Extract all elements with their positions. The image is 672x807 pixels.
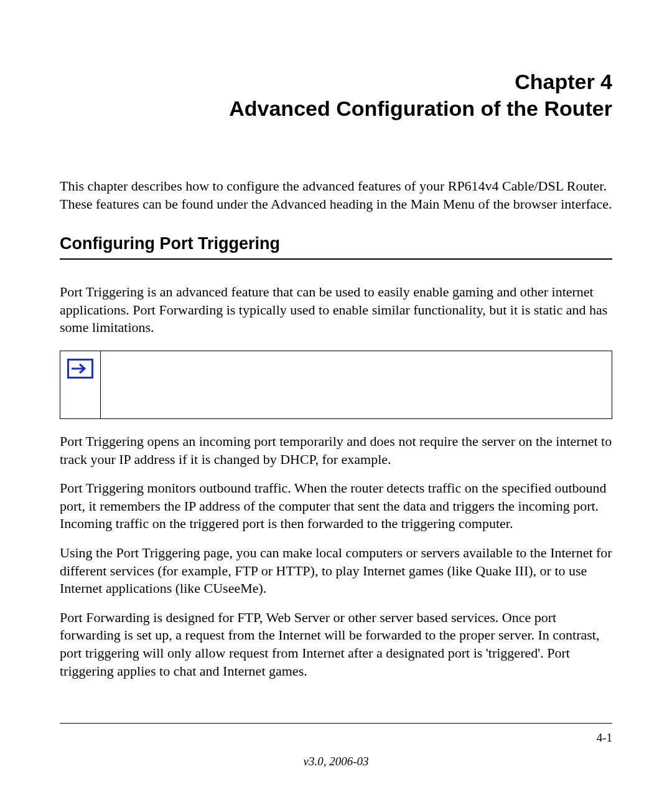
note-icon-cell — [60, 351, 101, 418]
paragraph: Port Triggering monitors outbound traffi… — [60, 479, 612, 533]
document-page: Chapter 4 Advanced Configuration of the … — [0, 0, 672, 807]
paragraph: Port Triggering is an advanced feature t… — [60, 283, 612, 337]
footer-version: v3.0, 2006-03 — [60, 755, 612, 768]
note-body — [101, 351, 612, 418]
chapter-intro: This chapter describes how to configure … — [60, 177, 612, 213]
footer-rule — [60, 723, 612, 724]
chapter-name: Advanced Configuration of the Router — [60, 95, 612, 122]
page-number: 4-1 — [597, 731, 612, 745]
paragraph: Using the Port Triggering page, you can … — [60, 544, 612, 598]
section-heading: Configuring Port Triggering — [60, 234, 612, 260]
note-box — [60, 351, 612, 419]
paragraph: Port Forwarding is designed for FTP, Web… — [60, 609, 612, 680]
page-footer: 4-1 — [60, 723, 612, 745]
chapter-title: Chapter 4 Advanced Configuration of the … — [60, 68, 612, 121]
paragraph: Port Triggering opens an incoming port t… — [60, 433, 612, 468]
arrow-right-icon — [67, 359, 93, 379]
chapter-number: Chapter 4 — [60, 68, 612, 95]
